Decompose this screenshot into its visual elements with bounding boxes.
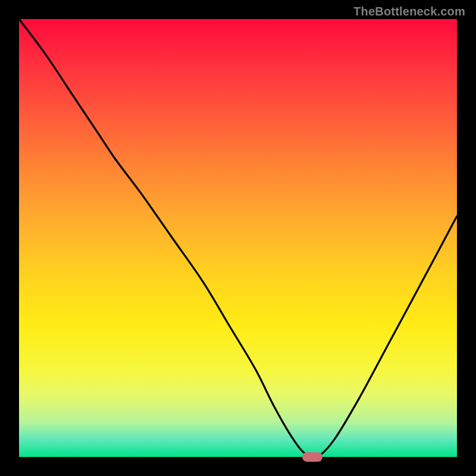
- chart-frame: TheBottleneck.com: [0, 0, 476, 476]
- optimal-point-marker: [302, 452, 322, 462]
- watermark-text: TheBottleneck.com: [353, 5, 465, 18]
- bottleneck-curve: [19, 19, 457, 457]
